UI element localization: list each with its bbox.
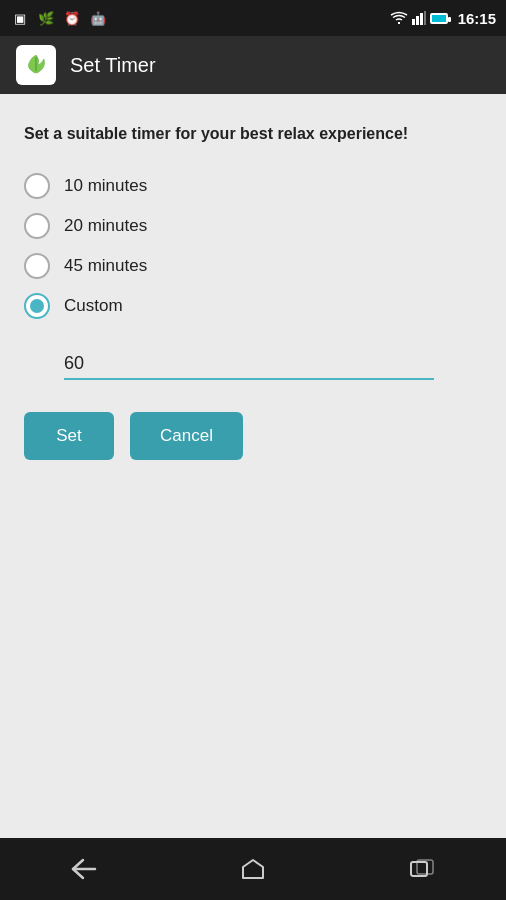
signal-icons: [390, 11, 448, 25]
battery-icon: [430, 13, 448, 24]
app-title: Set Timer: [70, 54, 156, 77]
radio-item-10min[interactable]: 10 minutes: [24, 173, 482, 199]
recents-icon: [409, 858, 435, 880]
home-button[interactable]: [228, 849, 278, 889]
radio-outer-45min[interactable]: [24, 253, 50, 279]
app-bar: Set Timer: [0, 36, 506, 94]
svg-rect-1: [416, 16, 419, 25]
home-icon: [240, 858, 266, 880]
alarm-icon: ⏰: [62, 8, 82, 28]
status-right: 16:15: [390, 10, 496, 27]
main-content: Set a suitable timer for your best relax…: [0, 94, 506, 838]
set-button[interactable]: Set: [24, 412, 114, 460]
app-logo: [22, 51, 50, 79]
svg-rect-0: [412, 19, 415, 25]
custom-minutes-input[interactable]: [64, 349, 434, 380]
radio-item-custom[interactable]: Custom: [24, 293, 482, 319]
signal-strength-icon: [412, 11, 426, 25]
radio-inner-custom: [30, 299, 44, 313]
leaf-icon: 🌿: [36, 8, 56, 28]
custom-input-area: [64, 349, 482, 380]
android-icon: 🤖: [88, 8, 108, 28]
radio-item-20min[interactable]: 20 minutes: [24, 213, 482, 239]
radio-label-45min: 45 minutes: [64, 256, 147, 276]
wifi-icon: [390, 11, 408, 25]
radio-outer-20min[interactable]: [24, 213, 50, 239]
back-icon: [71, 858, 97, 880]
screenshot-icon: ▣: [10, 8, 30, 28]
bottom-nav: [0, 838, 506, 900]
recents-button[interactable]: [397, 849, 447, 889]
cancel-button[interactable]: Cancel: [130, 412, 243, 460]
description-text: Set a suitable timer for your best relax…: [24, 122, 482, 145]
radio-label-custom: Custom: [64, 296, 123, 316]
svg-rect-3: [424, 11, 426, 25]
radio-group: 10 minutes 20 minutes 45 minutes Custom: [24, 173, 482, 319]
radio-label-20min: 20 minutes: [64, 216, 147, 236]
time-display: 16:15: [458, 10, 496, 27]
app-icon: [16, 45, 56, 85]
back-button[interactable]: [59, 849, 109, 889]
button-row: Set Cancel: [24, 412, 482, 460]
radio-label-10min: 10 minutes: [64, 176, 147, 196]
status-bar: ▣ 🌿 ⏰ 🤖 16:15: [0, 0, 506, 36]
radio-item-45min[interactable]: 45 minutes: [24, 253, 482, 279]
svg-rect-2: [420, 13, 423, 25]
status-icons: ▣ 🌿 ⏰ 🤖: [10, 8, 108, 28]
radio-outer-custom[interactable]: [24, 293, 50, 319]
radio-outer-10min[interactable]: [24, 173, 50, 199]
